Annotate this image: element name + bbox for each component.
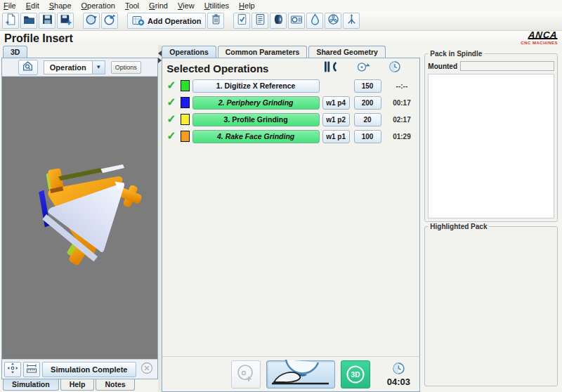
- operation-color-swatch[interactable]: [181, 80, 190, 91]
- view-panel: 3D Operation ▼ Options: [1, 45, 158, 392]
- brand-name: ANCA: [528, 32, 558, 39]
- mounted-label: Mounted: [428, 63, 457, 70]
- simulation-view-icon: [270, 360, 332, 389]
- operation-name-button[interactable]: 1. Digitize X Reference: [192, 79, 320, 93]
- speed-button[interactable]: 20: [354, 113, 381, 126]
- menu-view[interactable]: View: [178, 1, 195, 10]
- operation-color-swatch[interactable]: [181, 97, 190, 108]
- menu-operation[interactable]: Operation: [81, 1, 115, 10]
- operation-enabled-check[interactable]: ✓: [166, 131, 178, 142]
- collapse-left-icon[interactable]: [158, 51, 162, 56]
- operation-color-swatch[interactable]: [181, 114, 190, 125]
- operation-name-button[interactable]: 3. Profile Grinding: [192, 113, 320, 126]
- tab-notes[interactable]: Notes: [96, 379, 134, 391]
- home-zoom-button[interactable]: [18, 60, 38, 75]
- operation-color-swatch[interactable]: [181, 131, 190, 142]
- clock-icon: [392, 365, 405, 377]
- pan-button[interactable]: [4, 362, 21, 377]
- options-button[interactable]: Options: [111, 61, 141, 74]
- wheel-pack-button[interactable]: w1 p4: [322, 96, 350, 110]
- stop-simulation-button[interactable]: [138, 362, 155, 377]
- rotate-view-button[interactable]: [83, 13, 100, 29]
- add-operation-button[interactable]: Add Operation: [127, 13, 206, 29]
- coolant-button[interactable]: [306, 13, 323, 29]
- save-button[interactable]: [39, 13, 55, 29]
- tab-simulation[interactable]: Simulation: [3, 379, 59, 391]
- operation-time: 01:29: [387, 133, 417, 141]
- menu-grind[interactable]: Grind: [149, 1, 168, 10]
- speed-button[interactable]: 150: [354, 79, 381, 93]
- operations-empty-area: [162, 145, 419, 356]
- operations-panel: Operations Common Parameters Shared Geom…: [162, 45, 420, 392]
- operation-enabled-check[interactable]: ✓: [166, 80, 178, 91]
- menu-shape[interactable]: Shape: [49, 1, 72, 10]
- view-mode-combo[interactable]: Operation ▼: [44, 60, 105, 74]
- mounted-field[interactable]: [460, 61, 554, 71]
- collapse-right-icon[interactable]: [158, 58, 162, 63]
- operation-row: ✓ 4. Rake Face Grinding w1 p1 100 01:29: [165, 129, 417, 144]
- probe-button[interactable]: [343, 13, 360, 29]
- operation-time: 00:17: [387, 99, 417, 107]
- simulation-view-button[interactable]: [266, 360, 335, 388]
- notes-button[interactable]: [251, 13, 268, 29]
- speed-button[interactable]: 100: [354, 130, 381, 143]
- chevron-down-icon[interactable]: ▼: [93, 60, 105, 74]
- new-tool-button[interactable]: [2, 13, 19, 29]
- operations-list: ✓ 1. Digitize X Reference 150 --:-- ✓ 2.…: [162, 77, 419, 145]
- spindle-pack-list: [428, 74, 554, 218]
- operation-enabled-check[interactable]: ✓: [166, 114, 178, 125]
- wheel-orientation-button[interactable]: [101, 13, 118, 29]
- menu-help[interactable]: Help: [239, 1, 255, 10]
- operation-enabled-check[interactable]: ✓: [166, 97, 178, 108]
- add-operation-label: Add Operation: [148, 17, 201, 25]
- wheel-side-button[interactable]: [270, 13, 287, 29]
- wheel-pack-button[interactable]: w1 p2: [322, 113, 350, 126]
- save-as-button[interactable]: [57, 13, 74, 29]
- menu-edit[interactable]: Edit: [26, 1, 39, 10]
- operation-row: ✓ 1. Digitize X Reference 150 --:--: [165, 78, 417, 93]
- wheel-speed-column-icon: [356, 60, 370, 76]
- menu-bar: File Edit Shape Operation Tool Grind Vie…: [0, 0, 562, 11]
- menu-file[interactable]: File: [4, 1, 16, 10]
- home-zoom-icon: [22, 60, 34, 74]
- 3d-view-button[interactable]: 3D: [341, 360, 370, 388]
- speed-button[interactable]: 200: [354, 96, 381, 110]
- title-bar: Profile Insert ANCA CNC MACHINES: [0, 31, 562, 45]
- save-as-icon: [60, 13, 72, 28]
- close-icon: [140, 362, 153, 377]
- wheel-pack-button[interactable]: w1 p1: [322, 130, 350, 143]
- wheel-pack-column-icon: [324, 60, 338, 76]
- pan-icon: [7, 362, 18, 377]
- tab-help[interactable]: Help: [60, 379, 95, 391]
- verify-icon: [236, 13, 248, 28]
- fan-button[interactable]: [325, 13, 341, 29]
- probe-icon: [346, 13, 358, 28]
- operation-name-button[interactable]: 4. Rake Face Grinding: [192, 130, 320, 143]
- measure-button[interactable]: [23, 362, 40, 377]
- pack-in-spindle-group: Pack in Spindle Mounted: [424, 53, 558, 222]
- tab-operations[interactable]: Operations: [162, 46, 216, 58]
- delete-operation-button[interactable]: [207, 13, 224, 29]
- operation-name-button[interactable]: 2. Periphery Grinding: [192, 96, 320, 110]
- verify-button[interactable]: [233, 13, 250, 29]
- notes-icon: [254, 13, 266, 28]
- insert-3d-render: [2, 77, 157, 359]
- wheel-side-icon: [273, 13, 285, 28]
- operation-time: --:--: [387, 82, 417, 90]
- menu-tool[interactable]: Tool: [125, 1, 139, 10]
- tab-3d[interactable]: 3D: [3, 46, 27, 58]
- wheel-orientation-icon: [103, 13, 116, 29]
- ruler-icon: [26, 362, 37, 377]
- wheel-table-button[interactable]: [288, 13, 305, 29]
- left-bottom-tabs: Simulation Help Notes: [1, 379, 158, 392]
- operation-time: 02:17: [387, 116, 417, 124]
- menu-utilities[interactable]: Utilities: [204, 1, 229, 10]
- open-tool-button[interactable]: [20, 13, 37, 29]
- 3d-viewport[interactable]: [2, 77, 157, 359]
- wheel-view-button[interactable]: [231, 360, 261, 388]
- pack-side-panel: Pack in Spindle Mounted Highlighted Pack: [420, 45, 561, 392]
- tab-common-parameters[interactable]: Common Parameters: [218, 46, 308, 58]
- view-toolbar: Operation ▼ Options: [2, 58, 157, 77]
- total-time-value: 04:03: [383, 378, 414, 386]
- tab-shared-geometry[interactable]: Shared Geometry: [308, 46, 386, 58]
